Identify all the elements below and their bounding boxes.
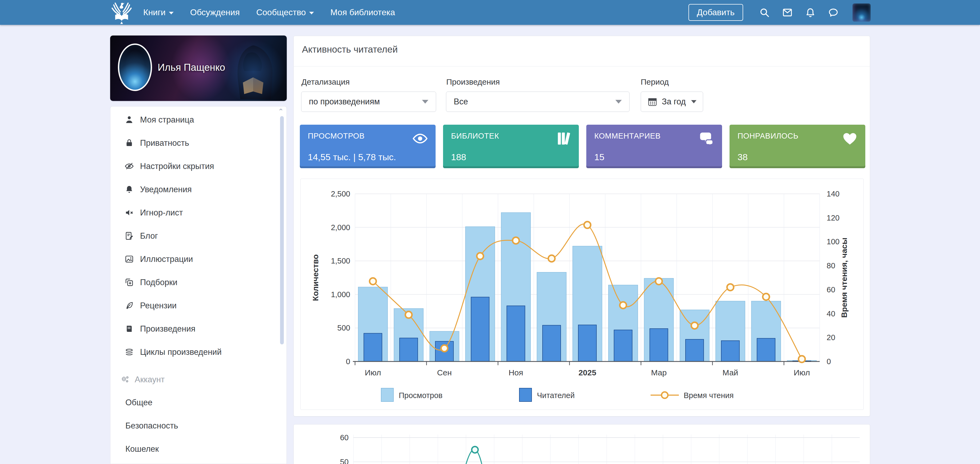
svg-text:Мар: Мар <box>651 368 667 377</box>
add-button[interactable]: Добавить <box>689 4 743 21</box>
sidebar-item-wallet[interactable]: Кошелек <box>110 437 286 461</box>
sidebar-item-hide-settings[interactable]: Настройки скрытия <box>110 155 286 178</box>
svg-text:60: 60 <box>827 285 835 294</box>
works-select[interactable]: Все <box>446 92 630 112</box>
profile-name: Илья Пащенко <box>158 62 225 73</box>
activity-chart: 05001,0001,5002,0002,5000204060801001201… <box>300 179 864 410</box>
sidebar-item-label: Настройки скрытия <box>140 161 214 171</box>
stat-value: 15 <box>594 152 605 162</box>
site-logo-icon[interactable] <box>110 2 133 24</box>
chat-icon[interactable] <box>828 7 838 18</box>
sidebar-item-label: Моя страница <box>140 115 194 125</box>
svg-text:500: 500 <box>337 324 350 332</box>
stat-card-libraries[interactable]: БИБЛИОТЕК 188 <box>443 125 579 168</box>
chevron-down-icon <box>422 100 428 104</box>
activity-panel: Активность читателей Детализация Произве… <box>293 36 870 416</box>
svg-text:Читателей: Читателей <box>537 391 574 400</box>
svg-text:Май: Май <box>722 368 738 377</box>
svg-text:50: 50 <box>340 458 348 464</box>
stat-value: 188 <box>451 152 466 162</box>
sidebar-item-my-page[interactable]: Моя страница <box>110 108 286 131</box>
calendar-icon <box>648 97 657 107</box>
sidebar-item-label: Рецензии <box>140 301 177 311</box>
user-icon <box>124 115 134 125</box>
profile-card[interactable]: Илья Пащенко <box>110 35 287 101</box>
mute-icon <box>124 208 134 218</box>
svg-text:80: 80 <box>827 261 835 270</box>
svg-text:2025: 2025 <box>579 368 597 377</box>
sidebar-item-works[interactable]: Произведения <box>110 317 286 340</box>
nav-my-library-label: Моя библиотека <box>331 8 395 18</box>
sidebar-item-illustrations[interactable]: Иллюстрации <box>110 247 286 271</box>
stat-card-likes[interactable]: ПОНРАВИЛОСЬ 38 <box>730 125 865 168</box>
filter-label-period: Период <box>641 77 669 86</box>
svg-text:140: 140 <box>827 190 839 198</box>
svg-text:Июл: Июл <box>365 368 381 377</box>
sidebar-item-reviews[interactable]: Рецензии <box>110 294 286 317</box>
sidebar-item-label: Подборки <box>140 277 177 287</box>
detail-select[interactable]: по произведениям <box>301 92 436 112</box>
svg-text:1,500: 1,500 <box>331 257 350 265</box>
sidebar: Илья Пащенко ⌃ Моя страница Приватность <box>110 35 287 464</box>
stack-icon <box>124 347 134 357</box>
sidebar-scrollbar[interactable] <box>280 116 284 344</box>
svg-text:120: 120 <box>827 214 839 222</box>
main-content: Активность читателей Детализация Произве… <box>293 36 870 464</box>
mail-icon[interactable] <box>782 7 793 18</box>
sidebar-item-notifications[interactable]: Уведомления <box>110 178 286 201</box>
stat-cards: ПРОСМОТРОВ 14,55 тыс. | 5,78 тыс. БИБЛИО… <box>300 125 865 168</box>
sidebar-item-label: Приватность <box>140 138 189 148</box>
nav-books[interactable]: Книги <box>143 8 173 18</box>
sidebar-item-blog[interactable]: Блог <box>110 224 286 247</box>
stat-card-views[interactable]: ПРОСМОТРОВ 14,55 тыс. | 5,78 тыс. <box>300 125 436 168</box>
sidebar-item-label: Иллюстрации <box>140 254 193 264</box>
lock-icon <box>124 138 134 148</box>
sidebar-item-ignore-list[interactable]: Игнор-лист <box>110 201 286 224</box>
secondary-chart-panel: 6050 <box>293 424 870 464</box>
svg-text:Время чтения, часы: Время чтения, часы <box>840 238 848 318</box>
secondary-chart-svg: 6050 <box>294 424 870 464</box>
user-avatar[interactable] <box>853 3 871 22</box>
navbar: Книги Обсуждения Сообщество Моя библиоте… <box>0 0 980 25</box>
svg-text:1,000: 1,000 <box>331 290 350 299</box>
nav-community-label: Сообщество <box>256 8 306 18</box>
detail-select-value: по произведениям <box>309 97 380 107</box>
image-icon <box>124 254 134 264</box>
sidebar-item-label: Циклы произведений <box>140 347 222 357</box>
eye-icon <box>412 131 428 147</box>
chevron-down-icon <box>169 12 173 14</box>
bell-icon[interactable] <box>805 7 816 18</box>
sidebar-item-collections[interactable]: Подборки <box>110 271 286 294</box>
eye-off-icon <box>124 161 134 171</box>
sidebar-item-label: Уведомления <box>140 185 192 195</box>
sidebar-item-label: Кошелек <box>126 444 159 454</box>
stat-label: ПОНРАВИЛОСЬ <box>738 132 857 140</box>
profile-avatar[interactable] <box>118 43 152 91</box>
nav-my-library[interactable]: Моя библиотека <box>331 8 395 18</box>
sidebar-item-security[interactable]: Безопасность <box>110 414 286 437</box>
stat-label: ПРОСМОТРОВ <box>308 132 428 140</box>
period-value: За год <box>662 97 686 107</box>
filter-label-works: Произведения <box>446 77 500 86</box>
svg-text:Количество: Количество <box>311 254 320 301</box>
collections-icon <box>124 277 134 287</box>
search-icon[interactable] <box>759 7 770 18</box>
nav-discussions-label: Обсуждения <box>190 8 240 18</box>
period-button[interactable]: За год <box>641 92 703 112</box>
nav-discussions[interactable]: Обсуждения <box>190 8 240 18</box>
chevron-down-icon <box>616 100 622 104</box>
scroll-up-arrow-icon[interactable]: ⌃ <box>277 108 284 115</box>
sidebar-item-general[interactable]: Общее <box>110 391 286 414</box>
stat-card-comments[interactable]: КОММЕНТАРИЕВ 15 <box>586 125 722 168</box>
sidebar-item-series[interactable]: Циклы произведений <box>110 340 286 364</box>
svg-text:Ноя: Ноя <box>509 368 523 377</box>
nav-community[interactable]: Сообщество <box>256 8 314 18</box>
blog-icon <box>124 231 134 241</box>
books-icon <box>555 131 571 147</box>
sidebar-item-label: Произведения <box>140 324 196 334</box>
stat-label: КОММЕНТАРИЕВ <box>594 132 714 140</box>
svg-text:0: 0 <box>346 357 350 366</box>
svg-text:0: 0 <box>827 357 831 366</box>
bell-icon <box>124 185 134 195</box>
sidebar-item-privacy[interactable]: Приватность <box>110 131 286 155</box>
